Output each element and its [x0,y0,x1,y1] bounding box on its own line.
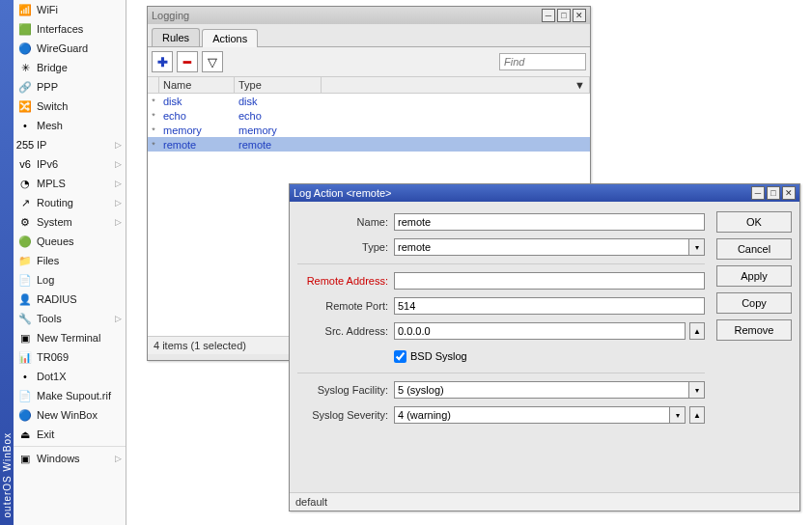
tab-rules[interactable]: Rules [152,28,200,46]
chevron-right-icon: ▷ [115,140,122,150]
apply-button[interactable]: Apply [716,265,792,287]
sidebar-item-label: Interfaces [37,23,122,35]
sidebar-item[interactable]: ⚙System▷ [14,212,126,232]
menu-icon: ◔ [17,176,33,191]
col-type[interactable]: Type [235,77,322,93]
add-button[interactable]: ✚ [152,51,173,72]
menu-icon: 📄 [17,272,33,288]
src-address-field[interactable] [394,322,686,340]
syslog-severity-select[interactable]: 4 (warning) [394,406,670,424]
sidebar-item-label: Windows [37,453,115,464]
sidebar-item[interactable]: 🟩Interfaces [14,19,126,39]
table-row[interactable]: *remoteremote [148,137,590,152]
sidebar-item[interactable]: ▣New Terminal [14,328,126,347]
table-row[interactable]: *echoecho [148,108,590,123]
type-select[interactable]: remote [394,238,689,256]
severity-dropdown-button[interactable]: ▾ [670,406,686,424]
sidebar-item[interactable]: 🔀Switch [14,97,126,116]
sidebar-item-label: IP [37,139,115,151]
table-row[interactable]: *memorymemory [148,123,590,137]
sidebar-item[interactable]: 🟢Queues [14,232,126,251]
table-row[interactable]: *diskdisk [148,94,590,108]
remote-port-field[interactable] [394,297,705,315]
sidebar-item-label: Files [37,255,122,266]
sidebar-item[interactable]: 🔗PPP [14,77,126,97]
sidebar-item[interactable]: 👤RADIUS [14,290,126,309]
syslog-severity-label: Syslog Severity: [297,409,394,421]
cancel-button[interactable]: Cancel [716,238,792,260]
maximize-button[interactable]: □ [767,186,780,200]
minimize-button[interactable]: ─ [751,186,765,200]
name-field[interactable] [394,213,705,231]
sidebar-item[interactable]: 📶WiFi [14,0,126,19]
sidebar-item-label: Queues [37,235,122,247]
remove-button[interactable]: ━ [177,51,198,72]
sidebar-item[interactable]: 📊TR069 [14,347,126,367]
sidebar-item[interactable]: 🔧Tools▷ [14,309,126,328]
sidebar-item-label: RADIUS [37,293,122,305]
sidebar-item[interactable]: ↗Routing▷ [14,193,126,212]
sidebar-item-label: Dot1X [37,371,122,382]
menu-icon: ⚙ [17,214,33,230]
copy-button[interactable]: Copy [716,292,792,314]
facility-dropdown-button[interactable]: ▾ [689,381,705,399]
sidebar-item-label: Log [37,274,122,286]
menu-icon: • [17,118,33,133]
col-mark[interactable] [148,77,159,93]
separator [297,373,705,373]
logging-titlebar[interactable]: Logging ─ □ ✕ [148,7,590,24]
sidebar-item-label: Make Supout.rif [37,390,122,401]
menu-icon: ↗ [17,195,33,210]
syslog-facility-select[interactable]: 5 (syslog) [394,381,689,399]
sidebar-separator [14,446,126,447]
sidebar-item-label: IPv6 [37,158,115,170]
sidebar-item[interactable]: 🔵WireGuard [14,39,126,58]
bsd-syslog-checkbox[interactable] [394,350,406,363]
sidebar-item[interactable]: ◔MPLS▷ [14,174,126,193]
sidebar-item-label: System [37,216,115,228]
maximize-button[interactable]: □ [557,9,571,22]
menu-icon: 🟩 [17,21,33,37]
menu-icon: • [17,369,33,384]
dialog-side-buttons: OK Cancel Apply Copy Remove [716,211,792,341]
sidebar-item[interactable]: v6IPv6▷ [14,154,126,174]
sidebar-item[interactable]: 📄Log [14,270,126,290]
sidebar-item[interactable]: •Mesh [14,116,126,135]
sidebar-item[interactable]: 🔵New WinBox [14,405,126,425]
sidebar-item[interactable]: 255IP▷ [14,135,126,154]
menu-icon: 🔀 [17,98,33,114]
col-menu[interactable]: ▼ [322,77,590,93]
type-dropdown-button[interactable]: ▾ [689,238,705,256]
menu-icon: 📄 [17,388,33,403]
sidebar-item[interactable]: ⏏Exit [14,425,126,444]
tab-actions[interactable]: Actions [202,29,258,47]
sidebar-item-label: Exit [37,428,122,440]
find-input[interactable] [499,53,586,70]
remote-address-field[interactable] [394,272,705,290]
close-button[interactable]: ✕ [782,186,796,200]
sidebar-item[interactable]: 📄Make Supout.rif [14,386,126,405]
menu-icon: 👤 [17,291,33,307]
chevron-right-icon: ▷ [115,217,122,227]
sidebar-item-windows[interactable]: ▣ Windows ▷ [14,449,126,468]
minimize-button[interactable]: ─ [542,9,555,22]
window-title: Logging [152,10,542,21]
log-action-dialog: Log Action <remote> ─ □ ✕ Name: Type: re… [289,183,800,511]
sidebar-item[interactable]: 📁Files [14,251,126,270]
severity-toggle[interactable]: ▲ [689,406,705,424]
remote-port-label: Remote Port: [297,300,394,312]
sidebar-item[interactable]: ✳Bridge [14,58,126,77]
menu-icon: 📁 [17,253,33,268]
sidebar-item-label: Switch [37,100,122,112]
close-button[interactable]: ✕ [573,9,586,22]
dialog-titlebar[interactable]: Log Action <remote> ─ □ ✕ [290,184,799,202]
menu-icon: 🔧 [17,311,33,326]
bsd-syslog-label: BSD Syslog [410,350,467,362]
main-sidebar: 📶WiFi🟩Interfaces🔵WireGuard✳Bridge🔗PPP🔀Sw… [14,0,126,525]
remove-button[interactable]: Remove [716,319,792,341]
col-name[interactable]: Name [159,77,235,93]
sidebar-item[interactable]: •Dot1X [14,367,126,386]
ok-button[interactable]: OK [716,211,792,233]
filter-button[interactable]: ▽ [202,51,223,72]
src-address-toggle[interactable]: ▲ [689,322,705,340]
